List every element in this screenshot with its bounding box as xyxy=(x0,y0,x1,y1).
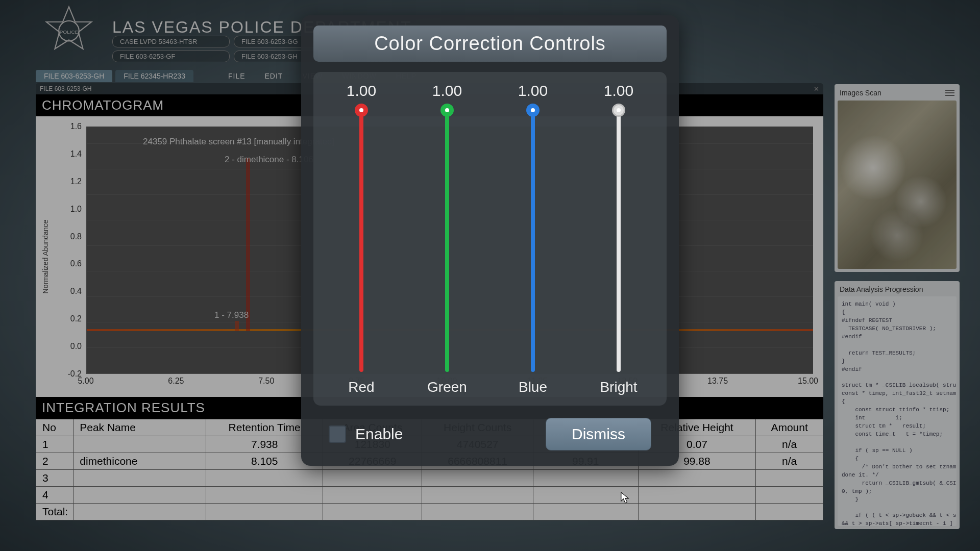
slider-thumb[interactable] xyxy=(355,104,368,117)
slider-track[interactable] xyxy=(531,107,535,372)
color-correction-modal: Color Correction Controls 1.00 Red 1.00 … xyxy=(301,15,679,466)
slider-track[interactable] xyxy=(445,107,449,372)
slider-label: Blue xyxy=(519,379,547,395)
slider-thumb[interactable] xyxy=(440,104,454,117)
slider-label: Green xyxy=(427,379,467,395)
slider-label: Bright xyxy=(600,379,637,395)
slider-track[interactable] xyxy=(617,107,621,372)
slider-blue: 1.00 Blue xyxy=(495,82,571,395)
slider-red: 1.00 Red xyxy=(323,82,400,395)
slider-track[interactable] xyxy=(359,107,363,372)
modal-title: Color Correction Controls xyxy=(313,26,667,62)
slider-value: 1.00 xyxy=(518,82,548,99)
slider-thumb[interactable] xyxy=(612,104,625,117)
enable-checkbox[interactable] xyxy=(329,425,346,443)
slider-thumb[interactable] xyxy=(526,104,540,117)
enable-toggle[interactable]: Enable xyxy=(329,425,403,443)
modal-overlay: Color Correction Controls 1.00 Red 1.00 … xyxy=(0,0,980,551)
slider-value: 1.00 xyxy=(432,82,462,99)
dismiss-button[interactable]: Dismiss xyxy=(546,418,651,450)
slider-green: 1.00 Green xyxy=(409,82,485,395)
modal-footer: Enable Dismiss xyxy=(313,418,667,450)
slider-group: 1.00 Red 1.00 Green 1.00 Blue xyxy=(313,72,667,406)
slider-value: 1.00 xyxy=(347,82,376,99)
mouse-cursor-icon xyxy=(621,492,630,504)
enable-label: Enable xyxy=(355,425,403,443)
slider-bright: 1.00 Bright xyxy=(580,82,657,395)
slider-label: Red xyxy=(348,379,374,395)
slider-value: 1.00 xyxy=(604,82,633,99)
